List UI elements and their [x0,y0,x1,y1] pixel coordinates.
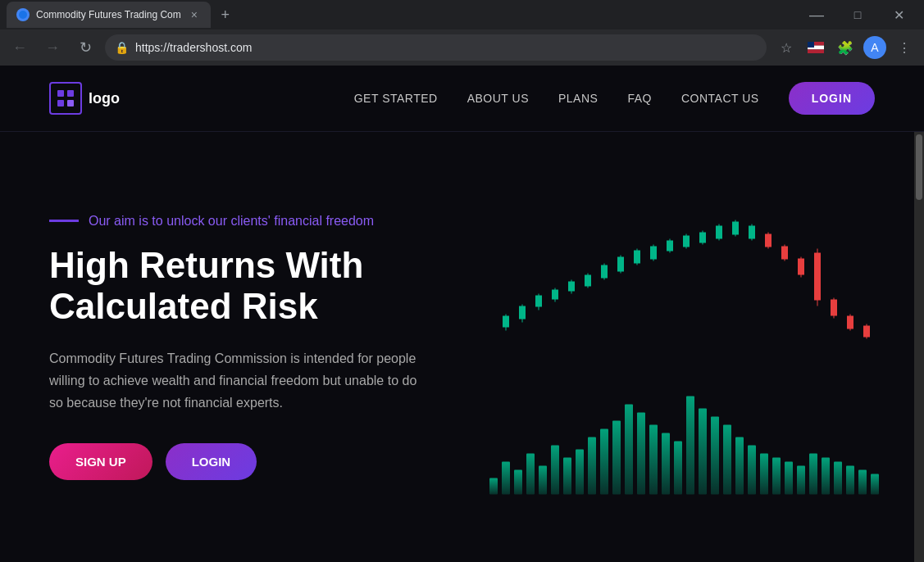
svg-rect-44 [781,247,788,260]
forward-button[interactable]: → [39,34,66,61]
svg-rect-38 [732,222,739,235]
svg-rect-83 [834,462,842,495]
nav-link-about-us[interactable]: ABOUT US [467,92,529,105]
svg-rect-26 [634,251,640,264]
svg-rect-77 [760,454,768,495]
browser-toolbar: ← → ↻ 🔒 https://tradershost.com ☆ 🧩 A ⋮ [0,29,924,66]
svg-rect-55 [489,478,498,495]
svg-rect-46 [798,259,804,275]
svg-rect-50 [831,300,837,316]
svg-rect-72 [699,409,707,495]
logo-image [49,82,82,115]
extensions-icon[interactable]: 🧩 [832,34,858,61]
svg-rect-20 [585,275,591,287]
new-tab-button[interactable]: + [214,3,237,26]
tab-close-icon[interactable]: × [188,8,201,21]
hero-chart [481,148,891,562]
tagline-text: Our aim is to unlock our clients' financ… [89,214,374,229]
svg-rect-85 [858,470,867,495]
svg-rect-65 [612,421,621,495]
svg-rect-4 [808,42,814,48]
refresh-button[interactable]: ↻ [72,34,98,61]
svg-rect-86 [871,474,879,495]
svg-rect-61 [563,458,571,495]
hero-content: Our aim is to unlock our clients' financ… [49,214,476,481]
svg-rect-5 [57,90,64,97]
hero-login-button[interactable]: LOGIN [166,443,257,480]
url-text: https://tradershost.com [135,41,757,54]
svg-rect-81 [809,454,817,495]
hero-title: High Returns With Calculated Risk [49,245,476,328]
tab-title: Commodity Futures Trading Com [36,9,181,20]
nav-links: GET STARTED ABOUT US PLANS FAQ CONTACT U… [354,82,875,115]
trading-chart [481,148,891,562]
logo-text: logo [89,90,120,107]
bookmark-icon[interactable]: ☆ [773,34,799,61]
svg-rect-54 [863,326,870,338]
svg-rect-57 [514,470,522,495]
website: logo GET STARTED ABOUT US PLANS FAQ CONT… [0,66,924,562]
svg-rect-59 [539,466,547,495]
toolbar-actions: ☆ 🧩 A ⋮ [773,34,917,61]
tab-favicon [16,8,30,21]
navigation: logo GET STARTED ABOUT US PLANS FAQ CONT… [0,66,924,132]
hero-title-line1: High Returns With [49,245,363,285]
nav-link-contact-us[interactable]: CONTACT US [681,92,759,105]
hero-buttons: SIGN UP LOGIN [49,443,476,480]
hero-title-line2: Calculated Risk [49,286,318,326]
signup-button[interactable]: SIGN UP [49,443,152,480]
svg-rect-52 [847,316,853,329]
svg-rect-60 [551,446,559,495]
svg-rect-22 [601,265,608,279]
close-button[interactable]: ✕ [880,3,917,26]
nav-login-button[interactable]: LOGIN [789,82,875,115]
svg-rect-6 [67,90,74,97]
svg-rect-64 [600,429,608,495]
svg-rect-32 [683,236,690,247]
svg-rect-76 [748,446,756,495]
svg-point-0 [19,11,27,19]
flag-icon[interactable] [803,34,829,61]
svg-rect-68 [649,425,658,495]
svg-rect-66 [625,405,633,495]
browser-chrome: Commodity Futures Trading Com × + — □ ✕ … [0,0,924,66]
back-button[interactable]: ← [7,34,33,61]
svg-rect-70 [674,442,682,495]
svg-rect-14 [535,296,542,307]
logo[interactable]: logo [49,82,120,115]
svg-rect-12 [519,306,526,320]
svg-rect-56 [502,462,510,495]
tagline-line [49,220,79,222]
svg-rect-84 [846,466,854,495]
profile-icon[interactable]: A [862,34,888,61]
nav-link-get-started[interactable]: GET STARTED [354,92,438,105]
title-bar: Commodity Futures Trading Com × + — □ ✕ [0,0,924,29]
svg-rect-69 [662,433,670,495]
hero-section: Our aim is to unlock our clients' financ… [0,132,924,562]
scrollbar[interactable] [914,131,924,562]
lock-icon: 🔒 [115,41,129,54]
svg-rect-16 [552,290,558,300]
svg-rect-42 [765,234,772,247]
svg-rect-8 [67,100,74,107]
svg-rect-82 [822,458,830,495]
hero-tagline: Our aim is to unlock our clients' financ… [49,214,476,229]
svg-rect-63 [588,437,596,495]
svg-rect-71 [686,397,694,495]
svg-rect-80 [797,466,805,495]
address-bar[interactable]: 🔒 https://tradershost.com [105,34,767,61]
nav-link-faq[interactable]: FAQ [627,92,652,105]
svg-rect-58 [526,454,535,495]
browser-tab[interactable]: Commodity Futures Trading Com × [7,2,211,28]
nav-link-plans[interactable]: PLANS [558,92,598,105]
svg-rect-74 [723,425,731,495]
maximize-button[interactable]: □ [839,3,876,26]
svg-rect-48 [814,253,821,301]
svg-rect-3 [808,49,824,53]
svg-rect-10 [503,316,509,328]
minimize-button[interactable]: — [798,3,835,26]
menu-icon[interactable]: ⋮ [891,34,917,61]
scrollbar-thumb[interactable] [916,134,922,200]
svg-rect-24 [617,257,624,272]
window-controls: — □ ✕ [798,3,917,26]
